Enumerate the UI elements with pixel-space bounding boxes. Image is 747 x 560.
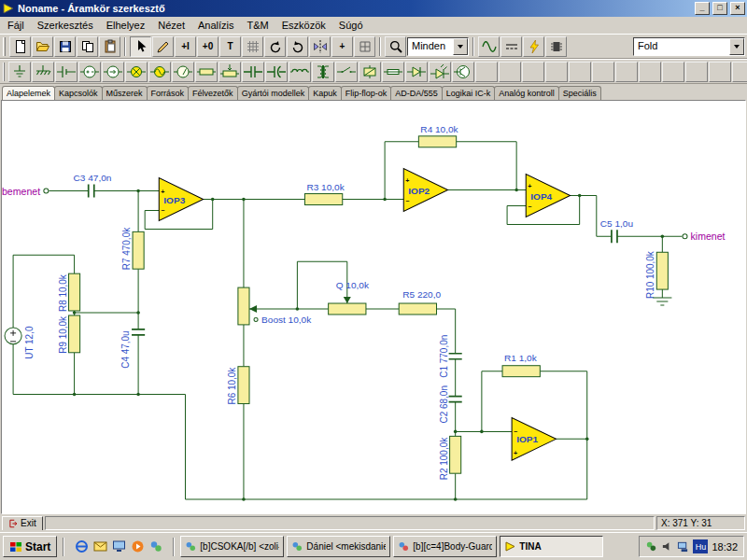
tab-forrasok[interactable]: Források [147, 86, 190, 100]
menu-nezet[interactable]: Nézet [151, 18, 191, 33]
internet-explorer-icon[interactable] [73, 539, 90, 555]
add-ground-button[interactable]: +0 [197, 36, 218, 57]
select-tool-button[interactable] [130, 36, 151, 57]
menu-sugo[interactable]: Súgó [332, 18, 370, 33]
palette-resistor-button[interactable] [195, 62, 218, 82]
resistor-R4[interactable]: R4 10,0k [418, 124, 458, 147]
dc-analysis-button[interactable] [500, 36, 522, 57]
task-button-daniel[interactable]: Dániel <mekisdaniel@hot... [287, 536, 390, 557]
add-current-button[interactable]: +I [175, 36, 196, 57]
palette-battery-button[interactable] [55, 62, 78, 82]
svg-text:C3 47,0n[interactable]: C3 47,0n [74, 173, 112, 183]
mirror-button[interactable] [309, 36, 331, 57]
schematic[interactable]: bemenet C3 47,0n +− IOP3 R7 470,0k R8 10… [2, 101, 745, 513]
svg-text:R1 1,0k[interactable]: R1 1,0k [504, 353, 538, 363]
media-player-icon[interactable] [129, 539, 146, 555]
show-desktop-icon[interactable] [110, 539, 127, 555]
messenger-icon[interactable] [148, 539, 164, 555]
rotate-right-button[interactable] [287, 36, 308, 57]
open-button[interactable] [32, 36, 53, 57]
palette-voltage-source-button[interactable] [78, 62, 101, 82]
ic-button[interactable] [545, 36, 567, 57]
input-terminal[interactable]: bemenet [2, 186, 49, 197]
menu-tm[interactable]: T&M [241, 18, 275, 33]
palette-transformer-button[interactable] [312, 62, 334, 82]
fold-combo[interactable]: Fold [633, 37, 745, 56]
wire-tool-button[interactable] [152, 36, 174, 57]
palette-switch-button[interactable] [335, 62, 358, 82]
text-tool-button[interactable]: T [219, 36, 241, 57]
opamp-IOP2[interactable]: +− IOP2 [403, 169, 447, 212]
capacitor-C5[interactable]: C5 1,0u [600, 218, 633, 243]
palette-transistor-button[interactable] [452, 62, 474, 82]
svg-text:R2 100,0k[interactable]: R2 100,0k [439, 437, 449, 480]
menu-elhelyez[interactable]: Elhelyez [100, 18, 152, 33]
menu-fajl[interactable]: Fájl [1, 18, 31, 33]
palette-relay-button[interactable] [359, 62, 381, 82]
taskbar-clock[interactable]: 18:32 [712, 541, 738, 553]
start-button[interactable]: Start [3, 536, 57, 557]
output-label[interactable]: kimenet [691, 231, 726, 242]
task-button-csoka[interactable]: [b]CSÓKA[/b] <zoli-g69... [180, 536, 284, 557]
resistor-R5[interactable]: R5 220,0 [399, 289, 441, 315]
zoom-button[interactable] [385, 36, 406, 57]
tab-kapuk[interactable]: Kapuk [308, 86, 342, 100]
palette-lamp-button[interactable] [148, 62, 171, 82]
menu-szerkesztes[interactable]: Szerkesztés [31, 18, 100, 33]
toolbar-grip[interactable] [3, 37, 6, 56]
msn-tray-icon[interactable] [645, 540, 657, 553]
svg-text:C1 770,0n[interactable]: C1 770,0n [439, 335, 449, 378]
network-icon[interactable] [677, 540, 689, 553]
svg-text:R8 10,0k[interactable]: R8 10,0k [57, 273, 67, 312]
palette-diode-button[interactable] [405, 62, 428, 82]
interactive-mode-button[interactable] [523, 36, 544, 57]
wires[interactable] [13, 142, 682, 499]
task-button-tina[interactable]: TINA [500, 536, 603, 557]
svg-text:C5 1,0u[interactable]: C5 1,0u [600, 218, 633, 229]
input-label[interactable]: bemenet [2, 186, 40, 197]
add-node-button[interactable]: + [331, 36, 353, 57]
palette-bulb-button[interactable] [125, 62, 148, 82]
tab-analog-kontroll[interactable]: Analóg kontroll [494, 86, 559, 100]
svg-text:R5 220,0[interactable]: R5 220,0 [402, 289, 441, 300]
resistor-R6[interactable]: R6 10,0k [227, 367, 249, 405]
tab-kapcsolok[interactable]: Kapcsolók [54, 86, 103, 100]
svg-text:Q 10,0k[interactable]: Q 10,0k [336, 280, 370, 290]
tab-flip-flop-ok[interactable]: Flip-flop-ok [341, 86, 392, 100]
fold-drop-button[interactable] [729, 38, 744, 55]
svg-text:Boost 10,0k[interactable]: Boost 10,0k [261, 315, 312, 325]
input-node-icon[interactable] [44, 189, 49, 193]
schematic-canvas-area[interactable]: bemenet C3 47,0n +− IOP3 R7 470,0k R8 10… [1, 100, 746, 514]
svg-text:C4 47,0u[interactable]: C4 47,0u [120, 330, 131, 368]
palette-ground-button[interactable] [8, 62, 31, 82]
svg-text:R3 10,0k[interactable]: R3 10,0k [306, 182, 345, 192]
opamp-IOP3[interactable]: +− IOP3 [159, 178, 203, 221]
output-terminal[interactable]: kimenet [683, 231, 726, 242]
new-button[interactable] [9, 36, 31, 57]
palette-electrolytic-capacitor-button[interactable] [265, 62, 288, 82]
task-button-body-guard[interactable]: [b][c=4]Body-Guard[/c]... [393, 536, 497, 557]
close-button[interactable]: × [730, 2, 745, 15]
title-bar[interactable]: Noname - Áramkör szerkesztő _ □ × [0, 0, 747, 17]
svg-text:IOP2[interactable]: IOP2 [408, 186, 430, 196]
resistor-R2[interactable]: R2 100,0k [439, 436, 461, 480]
resistor-R7[interactable]: R7 470,0k [121, 227, 144, 270]
resistor-R10[interactable]: R10 100,0k [645, 250, 671, 305]
potentiometer-Q[interactable]: Q 10,0k [329, 280, 370, 315]
minimize-button[interactable]: _ [695, 2, 710, 15]
tab-muszerek[interactable]: Műszerek [102, 86, 148, 100]
palette-fuse-button[interactable] [382, 62, 404, 82]
zoom-scope-drop-button[interactable] [453, 38, 468, 55]
snap-grid-button[interactable] [354, 36, 375, 57]
svg-text:IOP1[interactable]: IOP1 [516, 434, 538, 444]
save-button[interactable] [54, 36, 76, 57]
svg-text:R9 10,0k[interactable]: R9 10,0k [57, 315, 67, 354]
ac-analysis-button[interactable] [478, 36, 500, 57]
zoom-scope-combo[interactable]: Minden [407, 37, 469, 56]
resistor-R8[interactable]: R8 10,0k [57, 273, 79, 312]
maximize-button[interactable]: □ [712, 2, 727, 15]
resistor-R1[interactable]: R1 1,0k [502, 353, 540, 377]
voltage-source-UT[interactable]: UT 12,0 [5, 326, 35, 359]
opamp-IOP4[interactable]: +− IOP4 [526, 175, 570, 217]
svg-text:C2 68,0n[interactable]: C2 68,0n [439, 385, 449, 423]
